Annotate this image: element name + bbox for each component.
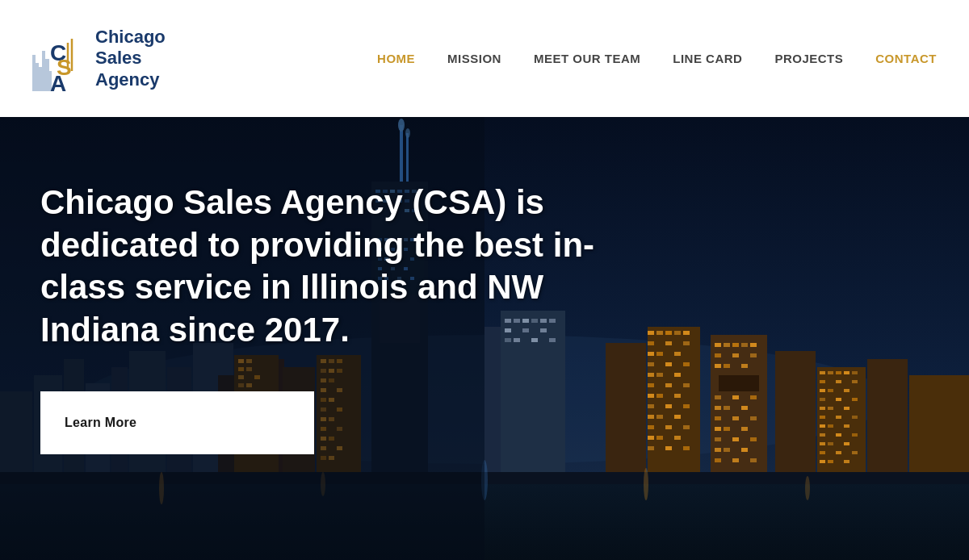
svg-rect-178 (715, 353, 721, 357)
svg-rect-174 (724, 343, 730, 347)
nav-contact[interactable]: CONTACT (875, 52, 937, 65)
svg-rect-188 (724, 406, 730, 410)
svg-rect-229 (844, 424, 849, 428)
svg-rect-1 (32, 55, 36, 91)
hero-section: Chicago Sales Agency (CSA) is dedicated … (0, 117, 969, 560)
logo[interactable]: C S A Chicago Sales Agency (32, 19, 166, 99)
svg-text:A: A (50, 71, 66, 95)
svg-rect-232 (852, 433, 858, 437)
svg-rect-237 (836, 451, 841, 454)
svg-rect-238 (852, 451, 858, 454)
svg-rect-243 (909, 375, 969, 480)
svg-rect-231 (836, 433, 841, 437)
svg-rect-183 (741, 364, 748, 368)
svg-rect-224 (820, 416, 825, 419)
svg-rect-193 (715, 427, 721, 431)
learn-more-link[interactable]: Learn More (65, 416, 136, 429)
svg-rect-180 (750, 353, 757, 357)
nav-home[interactable]: HOME (377, 52, 415, 65)
svg-rect-201 (741, 448, 748, 452)
svg-rect-216 (828, 389, 833, 392)
svg-rect-240 (828, 460, 833, 463)
svg-rect-219 (836, 398, 841, 401)
hero-headline: Chicago Sales Agency (CSA) is dedicated … (40, 182, 646, 351)
svg-rect-199 (715, 448, 721, 452)
svg-rect-173 (715, 343, 721, 347)
svg-rect-207 (820, 371, 825, 374)
svg-rect-186 (750, 395, 757, 399)
svg-rect-214 (852, 380, 858, 383)
svg-rect-226 (852, 416, 858, 419)
learn-more-box: Learn More (40, 391, 314, 454)
svg-rect-222 (828, 407, 833, 410)
svg-rect-200 (724, 448, 730, 452)
svg-rect-233 (820, 442, 825, 445)
svg-rect-239 (820, 460, 825, 463)
svg-rect-190 (715, 416, 721, 420)
svg-rect-197 (732, 437, 739, 441)
svg-rect-204 (750, 458, 757, 462)
svg-rect-209 (836, 371, 841, 374)
logo-icon: C S A (32, 19, 89, 99)
logo-line3: Agency (95, 69, 166, 90)
svg-rect-187 (715, 406, 721, 410)
svg-rect-211 (852, 371, 858, 374)
svg-rect-228 (828, 424, 833, 428)
logo-line1: Chicago (95, 27, 166, 48)
nav-mission[interactable]: MISSION (447, 52, 501, 65)
logo-text: Chicago Sales Agency (95, 27, 166, 90)
hero-content: Chicago Sales Agency (CSA) is dedicated … (0, 117, 686, 487)
svg-rect-235 (844, 442, 849, 445)
svg-rect-205 (775, 351, 816, 480)
nav-meet-our-team[interactable]: MEET OUR TEAM (534, 52, 640, 65)
svg-rect-179 (732, 353, 739, 357)
svg-rect-210 (844, 371, 849, 374)
svg-rect-194 (724, 427, 730, 431)
svg-rect-215 (820, 389, 825, 392)
nav-line-card[interactable]: LINE CARD (673, 52, 742, 65)
site-header: C S A Chicago Sales Agency HOME MISSION … (0, 0, 969, 117)
svg-rect-177 (750, 343, 757, 347)
svg-rect-182 (724, 364, 730, 368)
main-nav: HOME MISSION MEET OUR TEAM LINE CARD PRO… (377, 52, 937, 65)
svg-rect-175 (732, 343, 739, 347)
svg-rect-195 (741, 427, 748, 431)
svg-rect-227 (820, 424, 825, 428)
svg-rect-230 (820, 433, 825, 437)
svg-rect-176 (741, 343, 748, 347)
logo-line2: Sales (95, 48, 166, 69)
svg-rect-184 (715, 395, 721, 399)
svg-rect-185 (732, 395, 739, 399)
svg-point-249 (805, 476, 810, 500)
svg-rect-196 (715, 437, 721, 441)
svg-rect-198 (750, 437, 757, 441)
svg-rect-203 (732, 458, 739, 462)
svg-rect-202 (715, 458, 721, 462)
svg-rect-4 (42, 51, 45, 91)
svg-rect-212 (820, 380, 825, 383)
nav-projects[interactable]: PROJECTS (774, 52, 843, 65)
svg-rect-172 (719, 375, 759, 391)
svg-rect-217 (844, 389, 849, 392)
svg-rect-220 (852, 398, 858, 401)
svg-rect-236 (820, 451, 825, 454)
svg-rect-213 (836, 380, 841, 383)
svg-rect-181 (715, 364, 721, 368)
svg-rect-242 (867, 359, 908, 480)
svg-rect-225 (836, 416, 841, 419)
svg-rect-218 (820, 398, 825, 401)
svg-rect-208 (828, 371, 833, 374)
svg-rect-221 (820, 407, 825, 410)
svg-rect-192 (750, 416, 757, 420)
svg-rect-223 (844, 407, 849, 410)
svg-rect-189 (741, 406, 748, 410)
svg-rect-241 (844, 460, 849, 463)
svg-rect-191 (732, 416, 739, 420)
svg-rect-234 (828, 442, 833, 445)
